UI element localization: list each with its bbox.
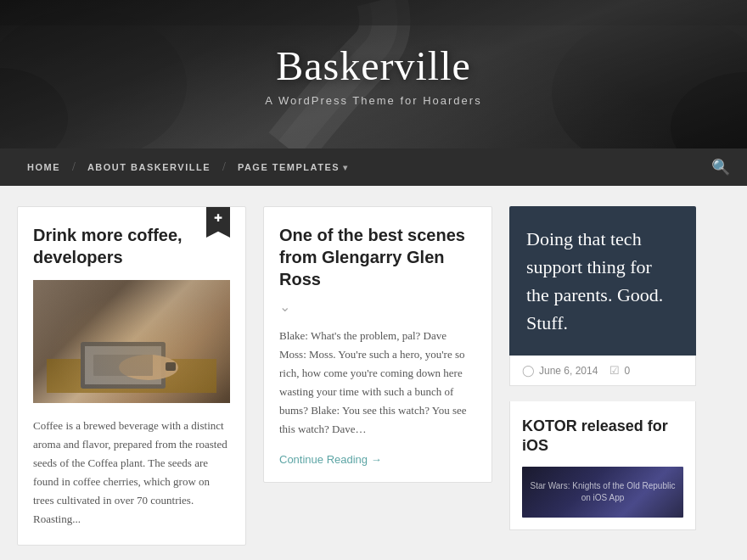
main-content: ✚ Drink more coffee, developers [0,186,747,560]
card-coffee-text: Coffee is a brewed beverage with a disti… [33,417,230,529]
sidebar-kotor-card: KOTOR released for iOS Star Wars: Knight… [509,401,696,530]
svg-rect-5 [0,0,747,25]
nav-item-home[interactable]: HOME [17,162,70,172]
site-title: Baskerville [276,42,471,89]
search-icon[interactable]: 🔍 [711,158,730,176]
clock-icon: ◯ [522,364,535,377]
sidebar-comments-count: 0 [624,365,630,377]
site-header: Baskerville A WordPress Theme for Hoarde… [0,0,747,148]
card-coffee-image [33,280,230,403]
sidebar-kotor-image: Star Wars: Knights of the Old Republic o… [522,467,683,518]
chevron-down-icon: ⌄ [279,299,290,315]
image-overlay [33,280,230,403]
site-nav: HOME / ABOUT BASKERVILLE / PAGE TEMPLATE… [0,148,747,186]
sidebar-date: ◯ June 6, 2014 [522,364,598,377]
nav-items: HOME / ABOUT BASKERVILLE / PAGE TEMPLATE… [17,160,359,174]
nav-separator-2: / [221,160,227,174]
sidebar-kotor-image-text: Star Wars: Knights of the Old Republic o… [522,477,683,507]
card-glengarry-excerpt: Blake: What's the problem, pal? Dave Mos… [279,327,476,440]
card-coffee: ✚ Drink more coffee, developers [17,206,246,546]
nav-item-about[interactable]: ABOUT BASKERVILLE [77,162,221,172]
card-coffee-inner: Drink more coffee, developers [18,207,245,545]
sidebar-quote-text: Doing that tech support thing for the pa… [526,225,679,337]
site-tagline: A WordPress Theme for Hoarders [265,94,481,107]
sidebar-date-text: June 6, 2014 [539,365,598,377]
card-glengarry-inner: One of the best scenes from Glengarry Gl… [264,207,491,482]
sidebar-quote-meta: ◯ June 6, 2014 ☑ 0 [509,356,696,386]
sidebar: Doing that tech support thing for the pa… [509,206,696,530]
sidebar-quote-card: Doing that tech support thing for the pa… [509,206,696,356]
card-glengarry-title: One of the best scenes from Glengarry Gl… [279,224,476,290]
card-glengarry-divider: ⌄ [279,299,476,315]
nav-item-page-templates[interactable]: PAGE TEMPLATES ▾ [227,162,359,172]
card-coffee-title: Drink more coffee, developers [33,224,230,268]
comment-icon: ☑ [609,364,620,377]
continue-reading-link[interactable]: Continue Reading → [279,453,382,466]
dropdown-arrow-icon: ▾ [343,163,349,172]
nav-separator-1: / [70,160,77,174]
sidebar-kotor-title: KOTOR released for iOS [522,417,683,456]
sidebar-comments: ☑ 0 [609,364,630,377]
card-glengarry: One of the best scenes from Glengarry Gl… [263,206,492,483]
